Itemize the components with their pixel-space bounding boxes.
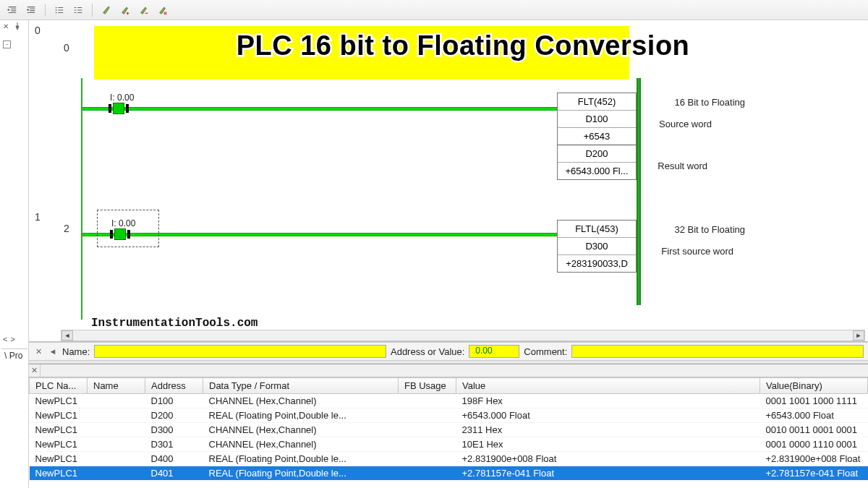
close-icon[interactable]: ✕ xyxy=(29,364,41,377)
toolbar xyxy=(0,0,868,20)
cell-type: CHANNEL (Hex,Channel) xyxy=(203,394,399,408)
instr-source: D100 xyxy=(558,111,636,128)
table-row[interactable]: NewPLC1D100CHANNEL (Hex,Channel)198F Hex… xyxy=(30,394,868,408)
rung-wire xyxy=(82,233,635,236)
horizontal-scrollbar[interactable]: ◄ ► xyxy=(61,330,865,341)
scroll-right-icon[interactable]: ► xyxy=(853,330,864,341)
left-gutter: ✕ - < > \ Pro xyxy=(0,20,29,488)
toolbar-separator xyxy=(45,4,46,17)
outdent-icon[interactable] xyxy=(4,3,20,17)
main-column: 0 0 I: 0.00 FLT(452) D100 xyxy=(29,20,868,488)
contact-label: I: 0.00 xyxy=(111,218,135,228)
rung-1[interactable]: I: 0.00 xyxy=(81,226,637,298)
brush-add-icon[interactable] xyxy=(117,3,133,17)
name-label: Name: xyxy=(62,346,90,357)
cell-bin: 0010 0011 0001 0001 xyxy=(760,423,868,437)
svg-point-2 xyxy=(56,12,57,13)
scroll-left-icon[interactable]: ◄ xyxy=(61,330,73,341)
cell-val: +2.831900e+008 Float xyxy=(456,452,760,466)
selection-marquee xyxy=(97,210,159,247)
cell-plc: NewPLC1 xyxy=(30,466,88,481)
list-lines-icon[interactable] xyxy=(70,3,86,17)
cell-plc: NewPLC1 xyxy=(30,423,88,437)
instr-source: D300 xyxy=(558,238,636,255)
address-field[interactable]: 0.00 xyxy=(469,345,519,358)
cell-name xyxy=(88,466,145,481)
col-valuebin[interactable]: Value(Binary) xyxy=(760,378,868,394)
instr-comment: First source word xyxy=(661,246,733,257)
col-address[interactable]: Address xyxy=(145,378,203,394)
instruction-flt[interactable]: FLT(452) D100 +6543 D200 +6543.000 Fl... xyxy=(557,93,637,180)
instr-dest: D200 xyxy=(558,145,636,163)
pin-icon[interactable] xyxy=(13,22,22,30)
instr-comment: 16 Bit to Floating xyxy=(674,97,745,108)
watch-panel-header: ✕ xyxy=(29,364,868,377)
col-plcname[interactable]: PLC Na... xyxy=(30,378,88,394)
instr-opcode: FLT(452) xyxy=(558,93,636,111)
scroll-left-icon[interactable]: ◄ xyxy=(48,346,58,356)
title-highlight xyxy=(94,26,629,80)
brush-remove-icon[interactable] xyxy=(136,3,152,17)
svg-point-1 xyxy=(56,9,57,11)
watch-table-container[interactable]: PLC Na... Name Address Data Type / Forma… xyxy=(29,377,868,488)
list-bullets-icon[interactable] xyxy=(51,3,67,17)
gutter-nav: < > xyxy=(3,335,15,343)
cell-name xyxy=(88,423,145,437)
cell-addr: D301 xyxy=(145,437,203,452)
power-rail-left xyxy=(81,78,82,223)
cell-type: REAL (Floating Point,Double le... xyxy=(203,408,399,423)
instr-comment: 32 Bit to Floating xyxy=(674,224,745,235)
instr-const: +6543 xyxy=(558,128,636,145)
nav-right-icon[interactable]: > xyxy=(10,335,14,343)
cell-addr: D300 xyxy=(145,423,203,437)
col-value[interactable]: Value xyxy=(456,378,760,394)
cell-name xyxy=(88,452,145,466)
nav-left-icon[interactable]: < xyxy=(3,335,7,343)
table-header-row: PLC Na... Name Address Data Type / Forma… xyxy=(30,378,868,394)
watch-panel: ✕ PLC Na... Name Address Data Type / For… xyxy=(29,364,868,488)
column-index: 1 xyxy=(35,211,41,223)
close-icon[interactable]: ✕ xyxy=(33,346,43,356)
col-name[interactable]: Name xyxy=(88,378,145,394)
cell-addr: D100 xyxy=(145,394,203,408)
name-field[interactable] xyxy=(94,345,386,358)
contact-no[interactable] xyxy=(113,103,124,114)
cell-plc: NewPLC1 xyxy=(30,452,88,466)
table-row[interactable]: NewPLC1D300CHANNEL (Hex,Channel)2311 Hex… xyxy=(30,423,868,437)
power-rail-left xyxy=(81,204,82,320)
instr-opcode: FLTL(453) xyxy=(558,221,636,238)
comment-field[interactable] xyxy=(571,345,864,358)
brush-icon[interactable] xyxy=(98,3,114,17)
cell-fb xyxy=(399,452,456,466)
tree-collapse-toggle[interactable]: - xyxy=(3,40,11,48)
cell-val: 2311 Hex xyxy=(456,423,760,437)
instr-live: +6543.000 Fl... xyxy=(558,163,636,179)
instruction-fltl[interactable]: FLTL(453) D300 +283190033,D xyxy=(557,220,637,273)
tab-project[interactable]: \ Pro xyxy=(1,348,27,361)
cell-fb xyxy=(399,466,456,481)
close-panel-icon[interactable]: ✕ xyxy=(1,22,10,30)
ladder-editor[interactable]: 0 0 I: 0.00 FLT(452) D100 xyxy=(29,20,868,342)
scroll-track[interactable] xyxy=(73,330,853,341)
cell-type: CHANNEL (Hex,Channel) xyxy=(203,423,399,437)
indent-icon[interactable] xyxy=(23,3,39,17)
cell-fb xyxy=(399,408,456,423)
col-datatype[interactable]: Data Type / Format xyxy=(203,378,399,394)
contact-no[interactable] xyxy=(114,228,126,240)
instr-live: +283190033,D xyxy=(558,255,636,272)
rung-0[interactable]: I: 0.00 xyxy=(81,100,637,201)
table-row[interactable]: NewPLC1D200REAL (Floating Point,Double l… xyxy=(30,408,868,423)
table-row[interactable]: NewPLC1D401REAL (Floating Point,Double l… xyxy=(30,466,868,481)
brush-x-icon[interactable] xyxy=(155,3,171,17)
overlay-site: InstrumentationTools.com xyxy=(91,317,258,330)
cell-fb xyxy=(399,423,456,437)
toolbar-separator xyxy=(92,4,93,17)
cell-bin: +6543.000 Float xyxy=(760,408,868,423)
cell-addr: D401 xyxy=(145,466,203,481)
table-row[interactable]: NewPLC1D400REAL (Floating Point,Double l… xyxy=(30,452,868,466)
col-fbusage[interactable]: FB Usage xyxy=(399,378,456,394)
cell-name xyxy=(88,437,145,452)
table-row[interactable]: NewPLC1D301CHANNEL (Hex,Channel)10E1 Hex… xyxy=(30,437,868,452)
cell-bin: +2.781157e-041 Float xyxy=(760,466,868,481)
contact-lead xyxy=(126,104,129,113)
